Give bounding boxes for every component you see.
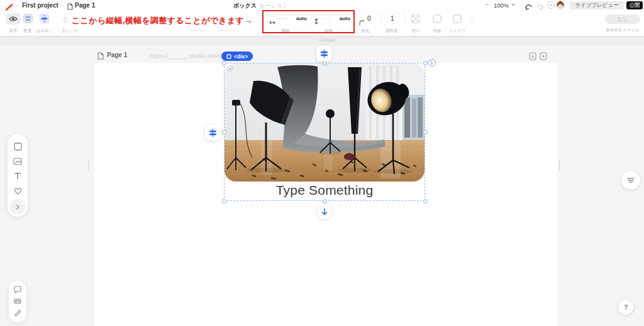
arrange-label: 配置 — [21, 28, 35, 34]
zoom-level[interactable]: 100% — [494, 2, 509, 9]
radius-label: 角丸 — [357, 28, 374, 34]
avatar[interactable] — [556, 1, 565, 12]
assets-button[interactable] — [9, 298, 26, 305]
help-button[interactable]: ? — [618, 300, 633, 315]
conditional-style-label: 条件付きスタイル — [602, 28, 643, 33]
corner-radius-handle[interactable] — [428, 59, 436, 67]
stack-order-value[interactable]: 0 — [64, 16, 67, 23]
breadcrumb-separator-2: › — [61, 3, 63, 9]
box-tool[interactable] — [8, 143, 28, 151]
add-page-icon[interactable] — [540, 52, 547, 63]
shadow-icon[interactable] — [453, 14, 462, 26]
pencil-button[interactable] — [9, 310, 26, 317]
breadcrumb-page[interactable]: Page 1 — [75, 2, 95, 9]
align-distribute-button-top[interactable] — [316, 46, 332, 62]
shadow-label: シャドウ — [447, 28, 467, 34]
stroke-label: 枠線 — [431, 28, 443, 34]
resize-handle-e[interactable] — [423, 130, 428, 134]
annotation-frame — [262, 10, 355, 33]
tab-box[interactable]: ボックス — [230, 1, 260, 11]
heart-icon — [14, 187, 22, 195]
resize-handle-ne[interactable] — [423, 61, 428, 65]
padding-label: パディング — [215, 28, 236, 34]
overflow-label: はみ出し — [35, 28, 55, 34]
redo-icon[interactable] — [536, 2, 544, 13]
arrange-icon[interactable] — [23, 14, 33, 26]
comment-icon — [14, 286, 21, 293]
zoom-out-button[interactable]: − — [486, 1, 489, 8]
margin-label: マージン — [189, 28, 208, 34]
icon-tool[interactable] — [8, 187, 28, 195]
show-label: 表示 — [6, 28, 20, 34]
resize-handle-n[interactable] — [323, 61, 327, 65]
chevron-right-icon — [16, 204, 19, 210]
radius-icon — [359, 17, 365, 28]
assets-box-icon — [14, 298, 21, 305]
box-icon — [226, 54, 231, 59]
selection-outline — [224, 63, 425, 201]
topbar: › First project › Page 1 ボックス モーション − 10… — [0, 0, 644, 36]
ruler-band: 1280px — [0, 36, 644, 45]
zoom-in-button[interactable]: + — [511, 1, 515, 8]
text-tool[interactable] — [8, 172, 28, 180]
canvas-edge-tick-right — [559, 160, 560, 170]
box-icon — [14, 143, 22, 151]
stroke-icon[interactable] — [433, 14, 441, 26]
add-below-button[interactable] — [317, 204, 332, 219]
publish-button[interactable]: 公開 — [626, 1, 643, 9]
canvas-page-tab[interactable]: Page 1 — [107, 52, 127, 58]
tab-motion[interactable]: モーション — [259, 2, 288, 10]
canvas-edge-tick-left — [88, 160, 89, 170]
layers-panel-button[interactable] — [621, 171, 640, 190]
divider — [472, 13, 472, 26]
distribute-vertical-icon — [320, 50, 328, 58]
align-distribute-button-left[interactable] — [205, 125, 221, 141]
selected-element-badge[interactable]: <div> — [221, 52, 253, 61]
expand-tools-button[interactable] — [10, 199, 25, 214]
undo-icon[interactable] — [525, 2, 533, 13]
page-url[interactable]: https://______.studio.site/1 — [150, 52, 221, 59]
resize-handle-sw[interactable] — [222, 199, 226, 204]
stack-order-label: 重なり順 — [59, 28, 80, 34]
live-preview-button[interactable]: ライブプレビュー — [570, 1, 624, 9]
show-icon[interactable] — [6, 13, 20, 24]
distribute-vertical-icon — [209, 129, 217, 137]
resize-handle-se[interactable] — [423, 199, 428, 204]
pencil-icon — [14, 310, 21, 317]
layers-icon — [626, 177, 635, 183]
utility-rail — [9, 281, 26, 322]
studio-editor: › First project › Page 1 ボックス モーション − 10… — [0, 0, 644, 326]
invite-member-button[interactable]: + — [547, 1, 555, 9]
insert-tool-rail — [8, 134, 28, 217]
fill-icon[interactable] — [411, 14, 420, 26]
divider — [404, 13, 405, 26]
image-icon — [13, 158, 22, 165]
element-settings-icon[interactable] — [227, 66, 233, 72]
resize-handle-s[interactable] — [323, 199, 327, 204]
divider — [381, 13, 382, 26]
breadcrumb-separator: › — [16, 3, 18, 9]
fill-label: 塗り — [410, 28, 421, 34]
arrow-down-icon — [321, 208, 328, 215]
radius-value[interactable]: 0 — [367, 15, 371, 22]
image-tool[interactable] — [8, 158, 28, 165]
selected-element-tag: <div> — [234, 53, 248, 60]
resize-handle-w[interactable] — [222, 130, 226, 134]
overflow-icon[interactable] — [40, 14, 49, 26]
page-icon — [97, 51, 104, 62]
annotation-text: ここから縦幅,横幅を調整することができます→ — [72, 15, 252, 26]
breadcrumb-project[interactable]: First project — [22, 2, 58, 9]
ruler-width-label: 1280px — [296, 37, 358, 43]
conditional-style-value[interactable]: なし — [605, 14, 640, 24]
opacity-value[interactable]: 1 — [391, 15, 394, 22]
page-icon — [67, 1, 73, 13]
opacity-label: 透明度 — [384, 28, 400, 34]
insert-page-icon[interactable] — [529, 52, 536, 63]
studio-logo-icon[interactable] — [5, 2, 13, 13]
resize-handle-nw[interactable] — [222, 61, 226, 65]
text-icon — [14, 172, 21, 180]
comment-button[interactable] — [9, 286, 26, 293]
